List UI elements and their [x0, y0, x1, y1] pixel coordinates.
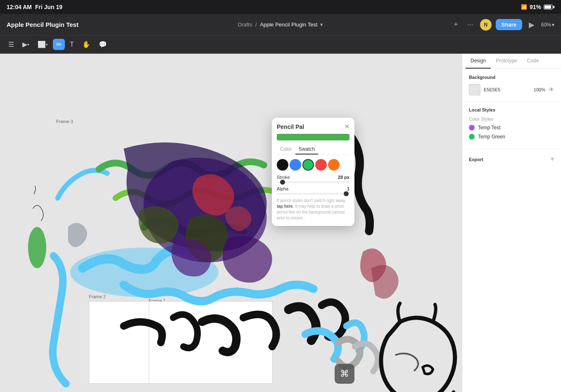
style-name-temp-test: Temp Test [478, 125, 500, 131]
popup-color-preview [277, 134, 349, 140]
style-item-temp-test[interactable]: Temp Test [469, 125, 554, 131]
comment-button[interactable]: 💬 [95, 39, 110, 50]
background-opacity: 100% [534, 87, 545, 92]
popup-header: Pencil Pal ✕ [277, 123, 349, 131]
wifi-icon: 📶 [521, 4, 527, 10]
right-panel: Design Prototype Code Background E5E5E5 … [462, 54, 561, 392]
eye-icon: 👁 [549, 86, 554, 93]
popup-title: Pencil Pal [277, 124, 304, 130]
app-title: Apple Pencil Plugin Test [7, 21, 78, 28]
popup-close-button[interactable]: ✕ [344, 123, 349, 131]
share-button[interactable]: Share [496, 19, 522, 30]
frame-icon: ⬜ [38, 40, 46, 48]
stroke-slider-thumb[interactable] [280, 180, 285, 185]
zoom-label: 60% [541, 22, 551, 28]
color-styles-label: Color Styles [469, 116, 554, 121]
style-dot-temp-test [469, 125, 475, 131]
stroke-slider-row: Stroke 28 px [277, 175, 349, 183]
alpha-label: Alpha [277, 186, 288, 191]
pointer-chevron-icon: ▾ [27, 43, 29, 47]
tab-prototype[interactable]: Prototype [491, 54, 522, 69]
background-row: E5E5E5 100% 👁 [469, 84, 554, 95]
alpha-value: 1 [347, 186, 349, 191]
style-dot-temp-green [469, 134, 475, 140]
status-bar: 12:04 AM Fri Jun 19 📶 91% [0, 0, 561, 14]
stroke-label: Stroke [277, 175, 290, 180]
stroke-slider[interactable] [277, 181, 349, 183]
pointer-button[interactable]: ▶ ▾ [19, 39, 33, 50]
menu-button[interactable]: ☰ [5, 39, 17, 50]
pointer-icon: ▶ [22, 40, 27, 48]
cmd-badge: ⌘ [335, 364, 354, 384]
popup-hint: If pencil styles don't switch right away… [277, 198, 349, 221]
breadcrumb[interactable]: Drafts / Apple Pencil Plugin Test ▾ [238, 21, 323, 28]
status-right: 📶 91% [521, 4, 554, 10]
pencil-pal-popup: Pencil Pal ✕ Color Swatch Stroke 28 px [272, 118, 354, 226]
background-section: Background E5E5E5 100% 👁 [462, 69, 561, 102]
frame-chevron-icon: ▾ [46, 43, 48, 47]
swatch-blue[interactable] [290, 159, 301, 171]
export-header: Export + [469, 155, 554, 164]
canvas-area[interactable]: Frame 3 Frame 2 Frame 1 [0, 54, 462, 392]
hint-text: If pencil styles don't switch right away… [277, 198, 346, 203]
alpha-slider-row: Alpha 1 [277, 186, 349, 195]
zoom-chevron-icon: ▾ [552, 22, 554, 28]
background-swatch[interactable] [469, 84, 480, 95]
title-bar: Apple Pencil Plugin Test Drafts / Apple … [0, 14, 561, 36]
more-button[interactable]: ··· [465, 19, 476, 31]
background-hex: E5E5E5 [484, 87, 530, 92]
title-bar-right: + ··· N Share ▶ 60% ▾ [451, 19, 554, 31]
color-tab[interactable]: Color [277, 145, 295, 154]
svg-point-1 [28, 227, 46, 268]
tab-code[interactable]: Code [522, 54, 544, 69]
project-name: Apple Pencil Plugin Test [260, 21, 317, 28]
export-add-button[interactable]: + [550, 155, 554, 164]
text-button[interactable]: T [67, 39, 77, 50]
cmd-symbol: ⌘ [340, 368, 349, 379]
date: Fri Jun 19 [35, 4, 62, 10]
swatch-red[interactable] [315, 159, 327, 171]
pen-button[interactable]: ✏ [53, 39, 65, 50]
add-button[interactable]: + [451, 19, 461, 31]
export-section: Export + [462, 149, 561, 169]
swatch-green[interactable] [302, 159, 314, 171]
panel-tabs: Design Prototype Code [462, 54, 561, 69]
zoom-button[interactable]: 60% ▾ [541, 22, 554, 28]
play-button[interactable]: ▶ [526, 19, 537, 31]
style-name-temp-green: Temp Green [478, 134, 505, 140]
hint-link[interactable]: tap here [277, 204, 293, 209]
style-item-temp-green[interactable]: Temp Green [469, 134, 554, 140]
battery-percent: 91% [530, 4, 541, 10]
swatch-tab[interactable]: Swatch [295, 145, 318, 154]
background-title: Background [469, 75, 554, 80]
popup-tabs: Color Swatch [277, 145, 349, 155]
chevron-down-icon: ▾ [320, 21, 323, 28]
hand-button[interactable]: ✋ [79, 39, 94, 50]
battery-icon [544, 5, 554, 10]
tab-design[interactable]: Design [466, 54, 491, 69]
avatar[interactable]: N [480, 19, 492, 31]
swatch-orange[interactable] [328, 159, 340, 171]
background-visibility-button[interactable]: 👁 [549, 86, 554, 93]
breadcrumb-root: Drafts [238, 21, 252, 28]
alpha-slider-thumb[interactable] [344, 191, 349, 196]
time: 12:04 AM [7, 4, 32, 10]
stroke-value: 28 px [338, 175, 349, 180]
title-bar-left: Apple Pencil Plugin Test [7, 21, 78, 28]
swatch-black[interactable] [277, 159, 288, 171]
canvas-drawing [0, 54, 462, 392]
local-styles-title: Local Styles [469, 107, 554, 112]
status-left: 12:04 AM Fri Jun 19 [7, 4, 62, 10]
export-title: Export [469, 157, 483, 162]
alpha-slider[interactable] [277, 193, 349, 195]
main-area: Frame 3 Frame 2 Frame 1 [0, 54, 561, 392]
toolbar-row: ☰ ▶ ▾ ⬜ ▾ ✏ T ✋ 💬 [0, 36, 561, 54]
frame-button[interactable]: ⬜ ▾ [34, 39, 51, 50]
color-swatches [277, 159, 349, 171]
local-styles-section: Local Styles Color Styles Temp Test Temp… [462, 102, 561, 149]
